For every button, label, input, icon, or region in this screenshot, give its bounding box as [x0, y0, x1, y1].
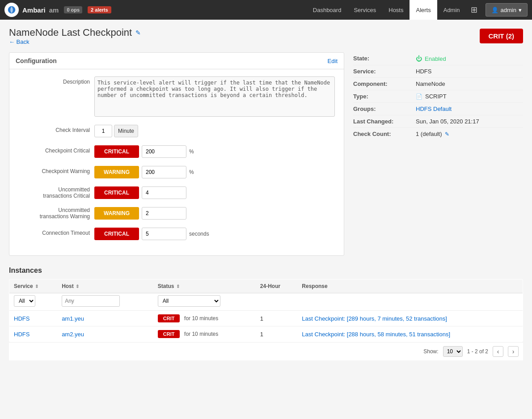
status-filter-select[interactable]: All: [158, 295, 220, 307]
uncommitted-warning-input[interactable]: [142, 207, 186, 220]
row2-status-badge: CRIT: [158, 330, 180, 338]
config-panel-title: Configuration: [16, 57, 57, 64]
checkpoint-critical-row: Checkpoint Critical CRITICAL %: [18, 145, 335, 158]
row2-duration: for 10 minutes: [184, 331, 218, 337]
col-host[interactable]: Host ⇕: [57, 279, 153, 293]
check-count-value: 1 (default) ✎: [416, 131, 449, 137]
last-changed-value: Sun, Jan 05, 2020 21:17: [416, 118, 479, 125]
row1-24hour: 1: [256, 311, 298, 326]
service-sort-icon: ⇕: [35, 284, 38, 289]
pagination-next-button[interactable]: ›: [508, 346, 519, 357]
component-value: NameNode: [416, 80, 445, 87]
uncommitted-critical-input[interactable]: [142, 186, 186, 199]
uncommitted-critical-label: Uncommitted transactions Critical: [18, 186, 90, 199]
row2-response[interactable]: Last Checkpoint: [288 hours, 58 minutes,…: [302, 331, 450, 338]
check-interval-input[interactable]: [94, 125, 112, 137]
check-count-key: Check Count:: [353, 131, 416, 137]
checkpoint-critical-status-btn[interactable]: CRITICAL: [94, 145, 139, 158]
nav-hosts[interactable]: Hosts: [382, 0, 410, 20]
component-key: Component:: [353, 80, 416, 87]
instances-title: Instances: [9, 267, 523, 275]
nav-services[interactable]: Services: [347, 0, 382, 20]
description-label: Description: [18, 76, 90, 85]
pagination-row: Show: 10 25 50 1 - 2 of 2 ‹ ›: [9, 342, 523, 360]
table-row: HDFS am1.yeu CRIT for 10 minutes 1 Last …: [9, 311, 523, 326]
checkpoint-warning-unit: %: [189, 169, 194, 175]
uncommitted-critical-row: Uncommitted transactions Critical CRITIC…: [18, 186, 335, 199]
username-label: am: [49, 6, 59, 14]
enabled-dot-icon: ⏻: [416, 55, 422, 62]
description-row: Description This service-level alert wil…: [18, 76, 335, 117]
instances-section: Instances Service ⇕ Host ⇕: [9, 267, 523, 360]
back-link[interactable]: ← Back: [9, 38, 30, 45]
connection-timeout-label: Connection Timeout: [18, 228, 90, 236]
row1-response[interactable]: Last Checkpoint: [289 hours, 7 minutes, …: [302, 315, 447, 322]
host-sort-icon: ⇕: [76, 284, 79, 289]
state-value: ⏻ Enabled: [416, 55, 446, 62]
state-key: State:: [353, 55, 416, 62]
uncommitted-warning-label: Uncommitted transactions Warning: [18, 207, 90, 220]
col-response: Response: [297, 279, 523, 293]
uncommitted-warning-row: Uncommitted transactions Warning WARNING: [18, 207, 335, 220]
filter-row: All All: [9, 293, 523, 311]
side-info-panel: State: ⏻ Enabled Service: HDFS Component…: [353, 52, 523, 256]
check-interval-unit: Minute: [114, 125, 138, 137]
row2-host-link[interactable]: am2.yeu: [62, 331, 84, 338]
connection-timeout-row: Connection Timeout CRITICAL seconds: [18, 228, 335, 240]
admin-caret: ▾: [519, 7, 522, 13]
check-count-edit-icon[interactable]: ✎: [445, 131, 449, 137]
row1-host-link[interactable]: am1.yeu: [62, 315, 84, 322]
nav-dashboard[interactable]: Dashboard: [307, 0, 348, 20]
page-title-row: NameNode Last Checkpoint ✎: [9, 27, 141, 38]
checkpoint-critical-input[interactable]: [142, 145, 186, 158]
row2-service-link[interactable]: HDFS: [14, 331, 30, 338]
type-value: 📄 SCRIPT: [416, 93, 447, 100]
ops-badge[interactable]: 0 ops: [64, 6, 82, 13]
crit-count-badge: CRIT (2): [480, 29, 524, 43]
check-interval-label: Check Interval: [18, 125, 90, 133]
row1-duration: for 10 minutes: [184, 315, 218, 322]
groups-key: Groups:: [353, 106, 416, 112]
service-value: HDFS: [416, 68, 431, 75]
page-title: NameNode Last Checkpoint: [9, 27, 132, 38]
check-interval-row: Check Interval Minute: [18, 125, 335, 137]
table-row: HDFS am2.yeu CRIT for 10 minutes 1 Last …: [9, 326, 523, 342]
checkpoint-critical-label: Checkpoint Critical: [18, 145, 90, 154]
row1-status-badge: CRIT: [158, 314, 180, 322]
service-key: Service:: [353, 68, 416, 75]
instances-table: Service ⇕ Host ⇕ Status ⇕: [9, 279, 523, 342]
admin-label: admin: [501, 7, 516, 13]
nav-admin[interactable]: Admin: [437, 0, 466, 20]
brand-logo: [4, 3, 19, 17]
type-key: Type:: [353, 93, 416, 100]
nav-alerts[interactable]: Alerts: [410, 0, 437, 20]
host-filter-input[interactable]: [62, 295, 120, 307]
pagination-prev-button[interactable]: ‹: [493, 346, 503, 357]
alerts-badge[interactable]: 2 alerts: [88, 6, 111, 13]
title-edit-icon[interactable]: ✎: [135, 29, 141, 36]
groups-value[interactable]: HDFS Default: [416, 106, 452, 112]
grid-icon-button[interactable]: ⊞: [466, 0, 482, 20]
row1-service-link[interactable]: HDFS: [14, 315, 30, 322]
nav-links: Dashboard Services Hosts Alerts Admin: [307, 0, 466, 20]
checkpoint-warning-label: Checkpoint Warning: [18, 166, 90, 174]
connection-timeout-unit: seconds: [189, 231, 209, 237]
checkpoint-critical-unit: %: [189, 148, 194, 155]
col-service[interactable]: Service ⇕: [9, 279, 58, 293]
config-edit-link[interactable]: Edit: [328, 58, 338, 64]
checkpoint-warning-input[interactable]: [142, 166, 186, 178]
pagination-per-page-select[interactable]: 10 25 50: [443, 346, 463, 357]
col-status[interactable]: Status ⇕: [153, 279, 256, 293]
admin-icon: 👤: [491, 7, 498, 13]
admin-menu-button[interactable]: 👤 admin ▾: [486, 3, 528, 17]
service-filter-select[interactable]: All: [14, 295, 35, 307]
description-textarea[interactable]: This service-level alert will trigger if…: [94, 76, 335, 117]
connection-timeout-input[interactable]: [142, 228, 186, 240]
uncommitted-critical-status-btn[interactable]: CRITICAL: [94, 186, 139, 199]
last-changed-key: Last Changed:: [353, 118, 416, 125]
checkpoint-warning-status-btn[interactable]: WARNING: [94, 166, 139, 178]
col-24hour: 24-Hour: [256, 279, 298, 293]
connection-timeout-status-btn[interactable]: CRITICAL: [94, 228, 139, 240]
config-panel: Configuration Edit Description This serv…: [9, 52, 344, 256]
uncommitted-warning-status-btn[interactable]: WARNING: [94, 207, 139, 220]
